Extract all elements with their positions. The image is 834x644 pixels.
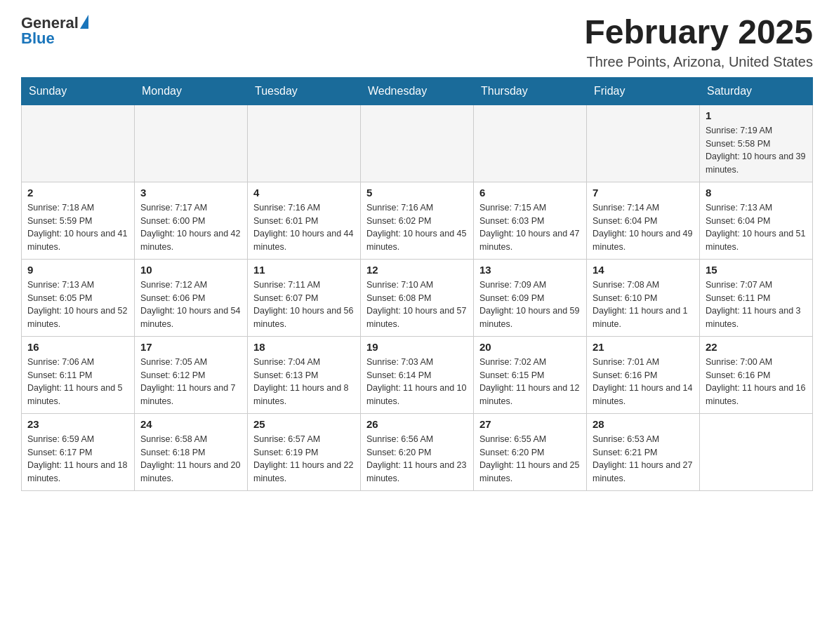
calendar-day-cell: 8Sunrise: 7:13 AM Sunset: 6:04 PM Daylig…: [700, 182, 813, 259]
day-number: 2: [27, 187, 128, 199]
day-number: 16: [27, 341, 128, 353]
day-info: Sunrise: 7:17 AM Sunset: 6:00 PM Dayligh…: [140, 201, 241, 254]
day-info: Sunrise: 7:11 AM Sunset: 6:07 PM Dayligh…: [253, 279, 355, 331]
day-info: Sunrise: 7:08 AM Sunset: 6:10 PM Dayligh…: [593, 279, 694, 331]
calendar-day-cell: [135, 105, 248, 182]
day-number: 27: [479, 418, 581, 430]
calendar-day-cell: 19Sunrise: 7:03 AM Sunset: 6:14 PM Dayli…: [361, 336, 474, 413]
day-info: Sunrise: 7:13 AM Sunset: 6:04 PM Dayligh…: [706, 201, 807, 254]
day-info: Sunrise: 7:15 AM Sunset: 6:03 PM Dayligh…: [479, 201, 581, 254]
calendar-day-cell: [700, 413, 813, 490]
day-info: Sunrise: 7:00 AM Sunset: 6:16 PM Dayligh…: [706, 356, 807, 408]
day-number: 24: [140, 418, 241, 430]
day-info: Sunrise: 7:09 AM Sunset: 6:09 PM Dayligh…: [479, 279, 581, 331]
day-info: Sunrise: 6:56 AM Sunset: 6:20 PM Dayligh…: [366, 433, 468, 485]
day-info: Sunrise: 7:13 AM Sunset: 6:05 PM Dayligh…: [27, 279, 128, 331]
day-info: Sunrise: 7:12 AM Sunset: 6:06 PM Dayligh…: [140, 279, 241, 331]
calendar-day-cell: 4Sunrise: 7:16 AM Sunset: 6:01 PM Daylig…: [248, 182, 361, 259]
calendar-day-cell: 17Sunrise: 7:05 AM Sunset: 6:12 PM Dayli…: [135, 336, 248, 413]
day-number: 13: [479, 264, 581, 276]
day-info: Sunrise: 7:16 AM Sunset: 6:02 PM Dayligh…: [366, 201, 468, 254]
logo-triangle-icon: [80, 15, 88, 29]
day-number: 11: [253, 264, 355, 276]
calendar-day-cell: 2Sunrise: 7:18 AM Sunset: 5:59 PM Daylig…: [22, 182, 135, 259]
calendar-day-cell: [474, 105, 587, 182]
calendar-day-cell: 5Sunrise: 7:16 AM Sunset: 6:02 PM Daylig…: [361, 182, 474, 259]
calendar-day-cell: 18Sunrise: 7:04 AM Sunset: 6:13 PM Dayli…: [248, 336, 361, 413]
day-number: 17: [140, 341, 241, 353]
calendar-day-cell: [587, 105, 700, 182]
day-number: 15: [706, 264, 807, 276]
day-number: 1: [706, 109, 807, 121]
day-info: Sunrise: 7:18 AM Sunset: 5:59 PM Dayligh…: [27, 201, 128, 254]
weekday-header-sunday: Sunday: [22, 77, 135, 105]
calendar-day-cell: 6Sunrise: 7:15 AM Sunset: 6:03 PM Daylig…: [474, 182, 587, 259]
day-number: 28: [593, 418, 694, 430]
weekday-header-thursday: Thursday: [474, 77, 587, 105]
calendar-day-cell: 22Sunrise: 7:00 AM Sunset: 6:16 PM Dayli…: [700, 336, 813, 413]
day-info: Sunrise: 6:55 AM Sunset: 6:20 PM Dayligh…: [479, 433, 581, 485]
day-info: Sunrise: 7:19 AM Sunset: 5:58 PM Dayligh…: [706, 124, 807, 177]
day-number: 12: [366, 264, 468, 276]
day-number: 3: [140, 187, 241, 199]
weekday-header-saturday: Saturday: [700, 77, 813, 105]
logo: General Blue: [21, 14, 88, 48]
day-info: Sunrise: 7:04 AM Sunset: 6:13 PM Dayligh…: [253, 356, 355, 408]
calendar-day-cell: 20Sunrise: 7:02 AM Sunset: 6:15 PM Dayli…: [474, 336, 587, 413]
day-info: Sunrise: 6:58 AM Sunset: 6:18 PM Dayligh…: [140, 433, 241, 485]
day-info: Sunrise: 6:57 AM Sunset: 6:19 PM Dayligh…: [253, 433, 355, 485]
weekday-header-tuesday: Tuesday: [248, 77, 361, 105]
day-info: Sunrise: 7:07 AM Sunset: 6:11 PM Dayligh…: [706, 279, 807, 331]
weekday-header-friday: Friday: [587, 77, 700, 105]
day-info: Sunrise: 7:03 AM Sunset: 6:14 PM Dayligh…: [366, 356, 468, 408]
day-number: 21: [593, 341, 694, 353]
day-info: Sunrise: 7:06 AM Sunset: 6:11 PM Dayligh…: [27, 356, 128, 408]
calendar-day-cell: 3Sunrise: 7:17 AM Sunset: 6:00 PM Daylig…: [135, 182, 248, 259]
calendar-day-cell: [22, 105, 135, 182]
weekday-header-wednesday: Wednesday: [361, 77, 474, 105]
day-number: 6: [479, 187, 581, 199]
calendar-day-cell: 24Sunrise: 6:58 AM Sunset: 6:18 PM Dayli…: [135, 413, 248, 490]
calendar-week-row: 16Sunrise: 7:06 AM Sunset: 6:11 PM Dayli…: [22, 336, 813, 413]
day-number: 20: [479, 341, 581, 353]
calendar-day-cell: 10Sunrise: 7:12 AM Sunset: 6:06 PM Dayli…: [135, 259, 248, 336]
day-number: 26: [366, 418, 468, 430]
month-title: February 2025: [584, 14, 813, 51]
day-number: 7: [593, 187, 694, 199]
day-number: 5: [366, 187, 468, 199]
location-subtitle: Three Points, Arizona, United States: [584, 54, 813, 70]
calendar-day-cell: 13Sunrise: 7:09 AM Sunset: 6:09 PM Dayli…: [474, 259, 587, 336]
calendar-day-cell: 28Sunrise: 6:53 AM Sunset: 6:21 PM Dayli…: [587, 413, 700, 490]
calendar-day-cell: 7Sunrise: 7:14 AM Sunset: 6:04 PM Daylig…: [587, 182, 700, 259]
calendar-day-cell: 27Sunrise: 6:55 AM Sunset: 6:20 PM Dayli…: [474, 413, 587, 490]
calendar-header-row: SundayMondayTuesdayWednesdayThursdayFrid…: [22, 77, 813, 105]
calendar-day-cell: 12Sunrise: 7:10 AM Sunset: 6:08 PM Dayli…: [361, 259, 474, 336]
calendar-day-cell: [248, 105, 361, 182]
day-number: 25: [253, 418, 355, 430]
day-info: Sunrise: 7:05 AM Sunset: 6:12 PM Dayligh…: [140, 356, 241, 408]
day-info: Sunrise: 6:53 AM Sunset: 6:21 PM Dayligh…: [593, 433, 694, 485]
calendar-day-cell: 9Sunrise: 7:13 AM Sunset: 6:05 PM Daylig…: [22, 259, 135, 336]
day-info: Sunrise: 6:59 AM Sunset: 6:17 PM Dayligh…: [27, 433, 128, 485]
calendar-day-cell: 15Sunrise: 7:07 AM Sunset: 6:11 PM Dayli…: [700, 259, 813, 336]
page-header: General Blue February 2025 Three Points,…: [21, 14, 813, 70]
day-number: 22: [706, 341, 807, 353]
day-info: Sunrise: 7:02 AM Sunset: 6:15 PM Dayligh…: [479, 356, 581, 408]
calendar-day-cell: 16Sunrise: 7:06 AM Sunset: 6:11 PM Dayli…: [22, 336, 135, 413]
day-number: 8: [706, 187, 807, 199]
day-info: Sunrise: 7:01 AM Sunset: 6:16 PM Dayligh…: [593, 356, 694, 408]
day-number: 4: [253, 187, 355, 199]
calendar-week-row: 1Sunrise: 7:19 AM Sunset: 5:58 PM Daylig…: [22, 105, 813, 182]
day-number: 14: [593, 264, 694, 276]
calendar-week-row: 23Sunrise: 6:59 AM Sunset: 6:17 PM Dayli…: [22, 413, 813, 490]
day-info: Sunrise: 7:16 AM Sunset: 6:01 PM Dayligh…: [253, 201, 355, 254]
day-number: 19: [366, 341, 468, 353]
calendar-week-row: 2Sunrise: 7:18 AM Sunset: 5:59 PM Daylig…: [22, 182, 813, 259]
calendar-day-cell: 1Sunrise: 7:19 AM Sunset: 5:58 PM Daylig…: [700, 105, 813, 182]
calendar-week-row: 9Sunrise: 7:13 AM Sunset: 6:05 PM Daylig…: [22, 259, 813, 336]
day-info: Sunrise: 7:14 AM Sunset: 6:04 PM Dayligh…: [593, 201, 694, 254]
calendar-day-cell: 25Sunrise: 6:57 AM Sunset: 6:19 PM Dayli…: [248, 413, 361, 490]
calendar-day-cell: 23Sunrise: 6:59 AM Sunset: 6:17 PM Dayli…: [22, 413, 135, 490]
calendar-day-cell: 26Sunrise: 6:56 AM Sunset: 6:20 PM Dayli…: [361, 413, 474, 490]
calendar-table: SundayMondayTuesdayWednesdayThursdayFrid…: [21, 77, 813, 491]
